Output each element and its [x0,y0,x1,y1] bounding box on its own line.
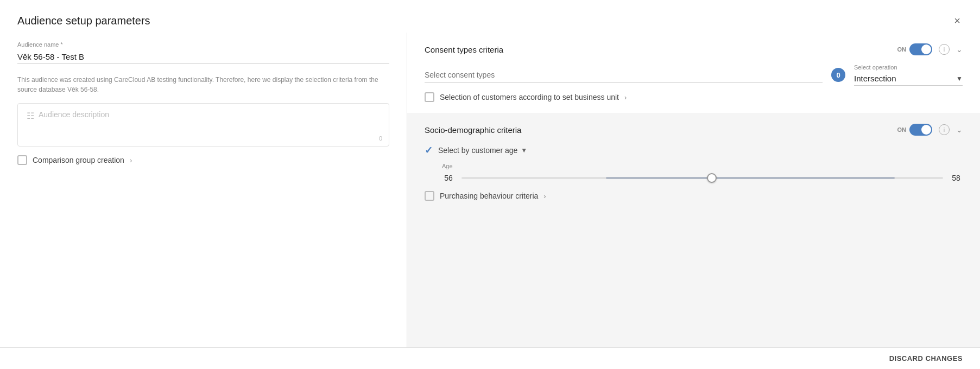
audience-name-input[interactable] [17,50,389,64]
close-button[interactable]: × [952,13,963,28]
socio-toggle-switch[interactable] [909,124,932,136]
consent-controls: ON i ⌄ [897,43,963,55]
socio-toggle-group: ON [897,124,933,136]
age-slider-track[interactable] [461,177,943,179]
operation-group: Select operation Intersection ▼ [854,64,963,86]
discard-changes-button[interactable]: DISCARD CHANGES [889,354,963,362]
modal-footer: DISCARD CHANGES [0,347,980,369]
operation-label: Select operation [854,64,963,71]
left-panel: Audience name * This audience was create… [0,33,407,347]
consent-toggle-group: ON [897,43,933,55]
comparison-label: Comparison group creation [33,156,124,164]
consent-types-input[interactable] [425,67,823,83]
consent-info-icon[interactable]: i [939,44,950,55]
age-select-chevron-icon: ▼ [521,147,527,154]
consent-section-header: Consent types criteria ON i ⌄ [425,43,963,55]
socio-section-header: Socio-demographic criteria ON i ⌄ [425,124,963,136]
operation-value: Intersection [854,74,896,83]
age-slider-section: Age 56 58 [442,163,963,182]
description-placeholder: Audience description [39,110,109,119]
audience-name-label: Audience name * [17,41,389,48]
age-label: Age [442,163,963,169]
business-unit-row[interactable]: Selection of customers according to set … [425,92,963,102]
consent-section-title: Consent types criteria [425,45,503,54]
age-min-value: 56 [442,174,455,182]
modal-header: Audience setup parameters × [0,0,980,33]
age-slider-thumb[interactable] [707,173,717,183]
socio-section: Socio-demographic criteria ON i ⌄ ✓ Sele… [407,113,980,347]
right-panel: Consent types criteria ON i ⌄ 0 Sele [407,33,980,347]
comparison-checkbox[interactable] [17,155,27,165]
comparison-row[interactable]: Comparison group creation › [17,155,389,165]
operation-dropdown-arrow-icon: ▼ [956,75,963,82]
purchasing-row[interactable]: Purchasing behaviour criteria › [425,191,963,201]
age-slider-fill [606,177,895,179]
consent-row: 0 Select operation Intersection ▼ [425,64,963,86]
age-select-button[interactable]: Select by customer age ▼ [438,146,527,155]
consent-toggle-switch[interactable] [909,43,932,55]
age-select-label: Select by customer age [438,146,517,155]
consent-section: Consent types criteria ON i ⌄ 0 Sele [407,33,980,113]
business-unit-checkbox[interactable] [425,92,434,102]
consent-expand-icon[interactable]: ⌄ [956,45,963,54]
char-count: 0 [379,135,382,142]
purchasing-chevron-icon: › [543,192,546,200]
description-box: ☷ Audience description 0 [17,103,389,147]
consent-badge: 0 [831,68,845,82]
socio-expand-icon[interactable]: ⌄ [956,125,963,134]
audience-info-text: This audience was created using CareClou… [17,75,389,94]
purchasing-label: Purchasing behaviour criteria [440,192,538,200]
consent-toggle-label: ON [897,46,907,53]
comparison-chevron-icon: › [130,156,132,164]
socio-controls: ON i ⌄ [897,124,963,136]
age-criteria-row: ✓ Select by customer age ▼ [425,144,963,156]
modal: Audience setup parameters × Audience nam… [0,0,980,369]
business-unit-chevron-icon: › [624,93,627,101]
modal-title: Audience setup parameters [17,15,150,27]
purchasing-checkbox[interactable] [425,191,434,201]
socio-info-icon[interactable]: i [939,124,950,135]
description-icon: ☷ [27,111,34,121]
audience-name-field: Audience name * [17,41,389,64]
operation-select[interactable]: Intersection ▼ [854,72,963,86]
socio-section-title: Socio-demographic criteria [425,125,521,135]
age-checkmark-icon: ✓ [425,144,433,156]
modal-body: Audience name * This audience was create… [0,33,980,347]
slider-row: 56 58 [442,174,963,182]
business-unit-label: Selection of customers according to set … [440,93,619,101]
age-max-value: 58 [950,174,963,182]
socio-toggle-label: ON [897,126,907,133]
